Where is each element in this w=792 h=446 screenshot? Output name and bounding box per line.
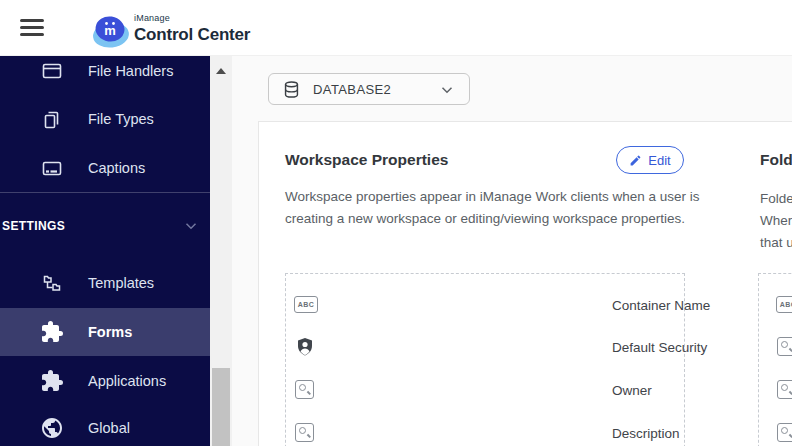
- sidebar-divider: [0, 192, 210, 193]
- field-row-description[interactable]: Description: [285, 412, 685, 446]
- app-header: m iManage Control Center: [0, 0, 792, 56]
- puzzle-icon: [40, 320, 64, 344]
- sidebar-section-label: SETTINGS: [2, 219, 65, 233]
- sidebar-item-label: Global: [88, 420, 130, 436]
- field-label: Default Security: [612, 340, 707, 355]
- sidebar-scrollbar[interactable]: [210, 56, 232, 446]
- field-row[interactable]: [758, 412, 792, 446]
- database-icon: [282, 80, 301, 99]
- sidebar-item-label: File Types: [88, 111, 154, 127]
- field-row-container-name[interactable]: ABC Container Name: [285, 284, 685, 326]
- template-hierarchy-icon: [40, 271, 64, 295]
- folder-properties-description-line: Wher: [760, 210, 792, 232]
- brand-text: iManage Control Center: [134, 14, 250, 43]
- pages-icon: [40, 107, 64, 131]
- abc-field-icon: ABC: [294, 296, 318, 313]
- sidebar-item-label: Forms: [88, 324, 132, 340]
- field-row[interactable]: ABC: [758, 284, 792, 326]
- edit-button-label: Edit: [648, 153, 670, 168]
- sidebar-item-label: Captions: [88, 160, 145, 176]
- sidebar-section-settings[interactable]: SETTINGS: [0, 203, 210, 249]
- field-label: Description: [612, 426, 680, 441]
- field-label: Container Name: [612, 298, 710, 313]
- sidebar-item-label: Applications: [88, 373, 166, 389]
- abc-field-icon: ABC: [776, 296, 792, 313]
- workspace-properties-description: Workspace properties appear in iManage W…: [285, 186, 701, 229]
- folder-properties-title: Fold: [760, 151, 792, 169]
- folder-properties-description-line: that u: [760, 232, 792, 254]
- field-row[interactable]: [758, 369, 792, 411]
- sidebar-item-templates[interactable]: Templates: [0, 259, 210, 307]
- field-row-default-security[interactable]: Default Security: [285, 326, 685, 368]
- lookup-field-icon: [777, 337, 792, 356]
- chevron-down-icon: [182, 217, 200, 235]
- imanage-logo-icon: m: [90, 13, 132, 51]
- lookup-field-icon: [777, 423, 792, 442]
- brand-control-center: Control Center: [134, 26, 250, 43]
- globe-icon: [40, 416, 64, 440]
- edit-workspace-properties-button[interactable]: Edit: [616, 146, 684, 174]
- chevron-down-icon: [438, 81, 456, 99]
- window-icon: [40, 59, 64, 83]
- field-row-owner[interactable]: Owner: [285, 369, 685, 411]
- lookup-field-icon: [777, 380, 792, 399]
- sidebar-item-applications[interactable]: Applications: [0, 357, 210, 405]
- database-selector-dropdown[interactable]: DATABASE2: [268, 73, 470, 105]
- scrollbar-thumb[interactable]: [212, 368, 230, 446]
- puzzle-icon: [40, 369, 64, 393]
- scrollbar-up-arrow-icon[interactable]: [216, 68, 226, 74]
- sidebar-nav: File Handlers File Types Captions: [0, 56, 210, 446]
- hamburger-menu-icon[interactable]: [20, 19, 44, 37]
- svg-text:m: m: [104, 23, 116, 38]
- sidebar-item-captions[interactable]: Captions: [0, 144, 210, 192]
- database-selector-value: DATABASE2: [313, 82, 391, 97]
- lookup-field-icon: [295, 423, 314, 442]
- brand-imanage: iManage: [134, 14, 250, 23]
- sidebar-item-forms[interactable]: Forms: [0, 308, 210, 356]
- sidebar-item-label: Templates: [88, 275, 154, 291]
- field-label: Owner: [612, 383, 652, 398]
- field-row[interactable]: [758, 326, 792, 368]
- pencil-icon: [629, 154, 642, 167]
- security-shield-icon: [296, 337, 314, 357]
- workspace-properties-title: Workspace Properties: [285, 151, 448, 169]
- lookup-field-icon: [295, 380, 314, 399]
- imanage-control-center-window: m iManage Control Center File Handlers: [0, 0, 792, 446]
- sidebar-item-global[interactable]: Global: [0, 404, 210, 446]
- caption-card-icon: [40, 156, 64, 180]
- sidebar-item-file-types[interactable]: File Types: [0, 95, 210, 143]
- sidebar-item-label: File Handlers: [88, 63, 173, 79]
- folder-properties-description-line: Folde: [760, 188, 792, 210]
